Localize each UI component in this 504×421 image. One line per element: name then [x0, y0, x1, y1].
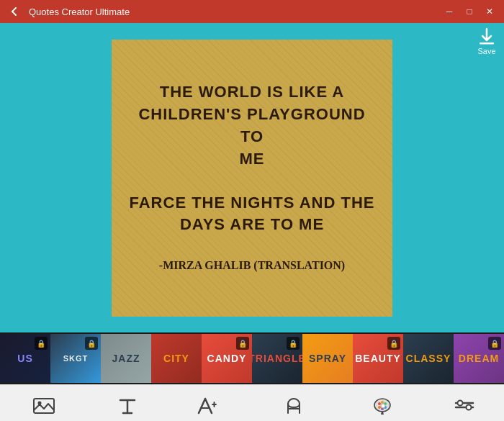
quote-line-1: The World Is Like A Children's Playgroun… [126, 81, 378, 170]
theme-item-classy[interactable]: CLaSSY [403, 334, 454, 383]
titlebar: Quotes Creator Ultimate ─ □ ✕ [0, 0, 504, 23]
lock-icon: 🔒 [488, 337, 501, 350]
theme-item-spray[interactable]: SPRAY [302, 334, 353, 383]
toolbar-text[interactable]: Text [102, 389, 153, 422]
window-controls: ─ □ ✕ [441, 3, 498, 20]
save-button[interactable]: Save [477, 27, 497, 55]
svg-point-10 [378, 406, 381, 409]
text-size-icon [196, 394, 219, 421]
svg-point-15 [466, 404, 471, 409]
lock-icon: 🔒 [35, 337, 48, 350]
theme-strip: US🔒SKGT🔒JAZZCityCANDY🔒TRIANGLE🔒SPRAYBEAU… [0, 332, 504, 384]
titlebar-left: Quotes Creator Ultimate [6, 3, 130, 20]
theme-item-triangle[interactable]: TRIANGLE🔒 [252, 334, 302, 383]
toolbar: Bckground Text Text Size [0, 384, 504, 421]
canvas-area[interactable]: The World Is Like A Children's Playgroun… [112, 40, 392, 317]
quote-attribution: -Mirza Ghalib (Translation) [126, 258, 378, 273]
toolbar-effects[interactable]: Effects [439, 389, 490, 422]
toolbar-font-family[interactable]: Font Family [263, 389, 325, 422]
close-button[interactable]: ✕ [481, 3, 498, 20]
toolbar-text-color[interactable]: Text Color [354, 389, 410, 422]
lock-icon: 🔒 [387, 337, 400, 350]
save-icon [477, 27, 497, 47]
theme-item-us[interactable]: US🔒 [0, 334, 50, 383]
background-icon [32, 394, 55, 421]
svg-point-14 [457, 400, 462, 405]
effects-icon [453, 394, 476, 421]
theme-bg-city: City [151, 334, 202, 383]
svg-point-2 [37, 401, 41, 404]
theme-item-dream[interactable]: DREAM🔒 [454, 334, 504, 383]
svg-point-5 [378, 402, 381, 405]
theme-item-city[interactable]: City [151, 334, 202, 383]
save-label: Save [477, 47, 495, 55]
toolbar-text-size[interactable]: Text Size [181, 389, 234, 422]
theme-bg-jazz: JAZZ [101, 334, 151, 383]
svg-point-6 [381, 401, 384, 404]
svg-rect-0 [480, 42, 494, 45]
main-area: Save The World Is Like A Children's Play… [0, 23, 504, 332]
toolbar-background[interactable]: Bckground [14, 389, 73, 422]
quote-line-2: Farce The Nights And The Days Are To Me [126, 192, 378, 237]
theme-item-candy[interactable]: CANDY🔒 [202, 334, 252, 383]
theme-bg-spray: SPRAY [302, 334, 353, 383]
lock-icon: 🔒 [287, 337, 300, 350]
text-icon [116, 394, 139, 421]
lock-icon: 🔒 [236, 337, 249, 350]
theme-item-beauty[interactable]: BEAUTY🔒 [353, 334, 403, 383]
minimize-button[interactable]: ─ [441, 3, 458, 20]
lock-icon: 🔒 [85, 337, 98, 350]
maximize-button[interactable]: □ [461, 3, 478, 20]
svg-point-11 [381, 404, 385, 408]
quote-text: The World Is Like A Children's Playgroun… [112, 67, 392, 288]
font-family-icon [282, 394, 305, 421]
theme-item-jazz[interactable]: JAZZ [101, 334, 151, 383]
theme-bg-classy: CLaSSY [403, 334, 454, 383]
app-title: Quotes Creator Ultimate [29, 6, 130, 17]
theme-item-skgt[interactable]: SKGT🔒 [50, 334, 101, 383]
text-color-icon [371, 394, 394, 421]
back-button[interactable] [6, 3, 23, 20]
